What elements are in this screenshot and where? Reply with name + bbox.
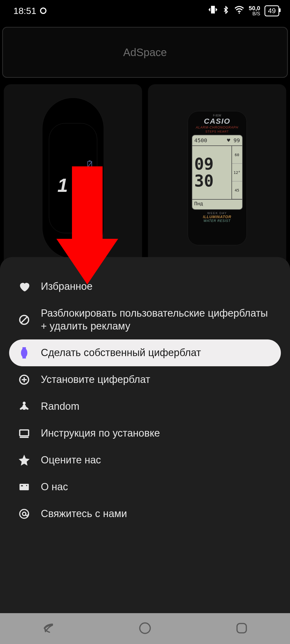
watchface-card[interactable]: F-91W CASIO ALARM-CHRONOGRAPH STEPS HEAR… [148,84,286,272]
svg-line-5 [21,317,27,323]
menu-list: ИзбранноеРазблокировать пользовательские… [9,273,281,527]
menu-item[interactable]: Инструкция по установке [9,420,281,447]
menu-item-label: Разблокировать пользовательские цифербла… [41,307,272,332]
menu-item-label: Свяжитесь с нами [41,507,272,520]
plus-circle-icon [18,373,31,386]
svg-point-20 [140,623,150,633]
svg-point-12 [23,402,25,404]
record-indicator-icon [40,8,46,14]
menu-item[interactable]: Сделать собственный циферблат [9,339,281,366]
status-bar: 18:51 50,0 B/S 49 [0,0,290,21]
casio-lcd: 4500 ♥ 99 09 30 60 12° 45 [192,135,243,210]
block-icon [18,313,31,326]
svg-rect-21 [237,623,247,633]
home-button[interactable] [138,621,152,636]
vibrate-icon [208,5,218,16]
svg-point-6 [21,349,27,357]
menu-item-label: О нас [41,481,272,493]
menu-item-label: Установите циферблат [41,373,272,386]
menu-item[interactable]: Оцените нас [9,447,281,474]
system-nav-bar [0,613,290,644]
svg-rect-7 [23,347,26,349]
heart-icon [18,280,31,293]
svg-rect-16 [21,485,23,487]
svg-point-0 [239,12,240,14]
star-icon [18,454,31,467]
bluetooth-icon [222,6,230,16]
ad-label: AdSpace [123,46,167,58]
status-time: 18:51 [13,6,36,16]
menu-item-label: Random [41,400,272,413]
menu-item[interactable]: Свяжитесь с нами [9,500,281,527]
wifi-icon [234,5,244,17]
watchface-grid: 1 5 F-91W CASIO ALARM-CHRONOGRAPH STEPS … [4,84,286,272]
svg-rect-8 [23,357,26,358]
menu-item[interactable]: Установите циферблат [9,366,281,393]
back-button[interactable] [41,621,55,636]
svg-point-18 [20,510,29,518]
menu-item[interactable]: Random [9,393,281,420]
menu-item[interactable]: Избранное [9,273,281,300]
menu-item[interactable]: О нас [9,474,281,500]
monitor-icon [18,427,31,440]
casio-brand: CASIO [204,117,230,126]
tutorial-arrow-icon [56,166,118,290]
meditation-icon [18,400,31,413]
menu-item-label: Инструкция по установке [41,427,272,440]
svg-point-17 [26,485,27,486]
recents-button[interactable] [235,621,249,636]
svg-rect-2 [89,160,90,161]
bottom-sheet: ИзбранноеРазблокировать пользовательские… [0,257,290,613]
card-icon [18,481,31,493]
battery-indicator: 49 [264,5,279,16]
network-speed: 50,0 B/S [249,5,260,16]
watch-icon [18,346,31,359]
menu-item[interactable]: Разблокировать пользовательские цифербла… [9,300,281,339]
svg-rect-13 [20,430,29,436]
ad-space[interactable]: AdSpace [2,27,288,78]
menu-item-label: Оцените нас [41,454,272,467]
at-icon [18,507,31,520]
menu-item-label: Сделать собственный циферблат [41,346,272,359]
